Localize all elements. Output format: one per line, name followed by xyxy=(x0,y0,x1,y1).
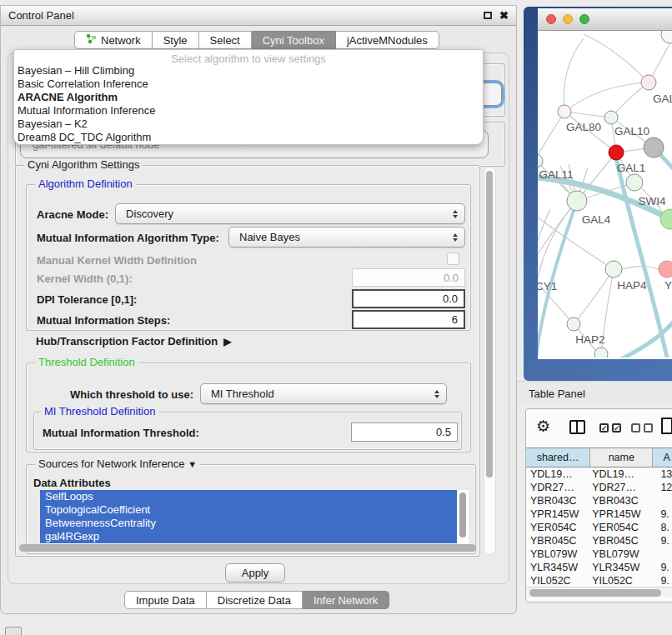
aracne-mode-combo[interactable]: Discovery xyxy=(115,203,465,224)
dpi-tolerance-field[interactable]: 0.0 xyxy=(352,289,465,308)
group-title: Algorithm Definition xyxy=(35,178,136,190)
tab-style[interactable]: Style xyxy=(153,31,199,49)
node-salmon[interactable] xyxy=(659,261,672,278)
table-row[interactable]: YDL19… YDL19… 13 xyxy=(526,468,672,481)
manual-kernel-checkbox[interactable] xyxy=(447,252,459,265)
cyni-algorithm-settings-group: Cyni Algorithm Settings Algorithm Defini… xyxy=(15,165,480,557)
scrollbar-thumb[interactable] xyxy=(486,171,493,478)
tab-select[interactable]: Select xyxy=(199,31,252,49)
column-split-icon[interactable] xyxy=(569,420,585,434)
table-row[interactable]: YBL079W YBL079W xyxy=(526,548,672,561)
table-row[interactable]: YDR27… YDR27… 12 xyxy=(526,481,672,494)
apply-button[interactable]: Apply xyxy=(225,563,285,582)
close-icon[interactable]: ✖ xyxy=(499,12,509,20)
gear-icon[interactable]: ⚙ xyxy=(536,417,550,436)
checkbox-checked-icon: ✓ xyxy=(599,423,609,432)
attribute-item[interactable]: BetweennessCentrality xyxy=(40,517,457,530)
edge[interactable] xyxy=(570,82,649,108)
vertical-scrollbar[interactable] xyxy=(484,167,496,555)
combo-value: MI Threshold xyxy=(211,388,274,400)
attribute-item[interactable]: gal4RGexp xyxy=(40,530,457,543)
combo-value: Naive Bayes xyxy=(239,231,300,243)
expand-right-icon: ▶ xyxy=(223,336,231,348)
tab-discretize-data[interactable]: Discretize Data xyxy=(207,591,303,609)
control-panel-titlebar: Control Panel ✖ xyxy=(1,6,516,26)
dropdown-item[interactable]: Basic Correlation Inference xyxy=(14,78,483,91)
dropdown-item[interactable]: Mutual Information Inference xyxy=(14,104,483,118)
mi-type-combo[interactable]: Naive Bayes xyxy=(228,227,465,248)
scrollbar-thumb[interactable] xyxy=(529,589,661,597)
table-row[interactable]: YER054C YER054C 8. xyxy=(526,521,672,534)
corner-button[interactable] xyxy=(5,627,22,635)
dropdown-item[interactable]: Bayesian – K2 xyxy=(14,118,483,131)
node[interactable] xyxy=(661,31,672,43)
dpi-tolerance-label: DPI Tolerance [0,1]: xyxy=(37,293,137,306)
control-panel-window: Control Panel ✖ Network Style Select Cyn… xyxy=(0,5,517,614)
algorithm-definition-group: Algorithm Definition Aracne Mode: Discov… xyxy=(26,184,471,331)
sources-title-toggle[interactable]: Sources for Network Inference ▼ xyxy=(35,458,200,470)
column-header-name[interactable]: name xyxy=(590,448,653,467)
deselect-all-columns-button[interactable] xyxy=(631,423,653,432)
edge[interactable] xyxy=(584,34,649,82)
table-horizontal-scrollbar[interactable] xyxy=(526,587,672,598)
table-row[interactable]: YBR043C YBR043C xyxy=(526,494,672,508)
mi-steps-field[interactable]: 6 xyxy=(352,310,465,329)
node-gal80[interactable] xyxy=(558,105,571,118)
edge[interactable] xyxy=(575,269,614,322)
cell: YIL052C xyxy=(526,574,590,585)
node-gal10[interactable] xyxy=(604,111,618,124)
tab-jactivemnodules[interactable]: jActiveMNodules xyxy=(336,31,439,49)
tab-impute-data[interactable]: Impute Data xyxy=(124,591,207,609)
page-icon[interactable] xyxy=(661,418,672,434)
node-label: HAP2 xyxy=(575,333,604,346)
node[interactable] xyxy=(594,348,608,358)
network-canvas[interactable]: GAL GAL80 GAL10 GAL1 GAL11 SWI4 GAL4 GCY… xyxy=(538,31,672,358)
table-row[interactable]: YLR345W YLR345W 9. xyxy=(526,561,672,574)
edge[interactable] xyxy=(538,209,550,269)
dropdown-item[interactable]: Dream8 DC_TDC Algorithm xyxy=(14,131,483,144)
checkbox-unchecked-icon xyxy=(631,423,640,432)
combo-arrows-icon xyxy=(453,233,458,242)
zoom-button[interactable] xyxy=(579,14,589,24)
float-window-icon[interactable] xyxy=(484,12,492,19)
tab-cyni-toolbox[interactable]: Cyni Toolbox xyxy=(252,31,336,49)
tab-network[interactable]: Network xyxy=(74,31,153,49)
close-button[interactable] xyxy=(546,14,556,24)
edge[interactable] xyxy=(538,112,564,155)
table-row[interactable]: YIL052C YIL052C 9. xyxy=(526,574,672,585)
select-all-columns-button[interactable]: ✓ ✓ xyxy=(599,423,621,432)
tab-infer-network[interactable]: Infer Network xyxy=(303,591,389,609)
column-header-shared[interactable]: shared… xyxy=(526,448,590,467)
tab-label: Cyni Toolbox xyxy=(263,34,324,47)
dropdown-item-selected[interactable]: ARACNE Algorithm xyxy=(14,91,483,104)
node-gal1-red[interactable] xyxy=(609,145,624,160)
horizontal-scrollbar[interactable] xyxy=(19,544,476,552)
kernel-width-field[interactable]: 0.0 xyxy=(352,268,465,287)
cell: YPR145W xyxy=(590,508,653,521)
bottom-tab-bar: Impute Data Discretize Data Infer Networ… xyxy=(124,591,389,609)
cell: 9. xyxy=(653,508,672,521)
table-panel-title: Table Panel xyxy=(529,388,585,400)
node-swi4[interactable] xyxy=(626,174,643,191)
attribute-item[interactable]: TopologicalCoefficient xyxy=(40,503,457,517)
threshold-combo[interactable]: MI Threshold xyxy=(200,383,447,404)
attribute-item[interactable]: SelfLoops xyxy=(40,490,457,503)
node-gal-pink[interactable] xyxy=(641,75,656,90)
dropdown-item[interactable]: Bayesian – Hill Climbing xyxy=(14,64,483,78)
list-scrollbar-thumb[interactable] xyxy=(459,492,466,538)
hub-definition-toggle[interactable]: Hub/Transcription Factor Definition ▶ xyxy=(36,335,231,348)
node-gal11[interactable] xyxy=(538,154,543,168)
edge[interactable] xyxy=(622,267,659,270)
network-window: GAL GAL80 GAL10 GAL1 GAL11 SWI4 GAL4 GCY… xyxy=(538,8,672,359)
node-hap2[interactable] xyxy=(567,318,580,331)
mi-threshold-field[interactable]: 0.5 xyxy=(351,422,458,442)
table-row[interactable]: YPR145W YPR145W 9. xyxy=(526,508,672,521)
node-label: GAL80 xyxy=(566,121,601,133)
table-row[interactable]: YBR045C YBR045C 9. xyxy=(526,534,672,548)
node-hap4[interactable] xyxy=(605,261,622,278)
column-header-a[interactable]: A xyxy=(653,448,672,467)
group-title: MI Threshold Definition xyxy=(41,405,158,418)
minimize-button[interactable] xyxy=(563,14,573,24)
node-gal4[interactable] xyxy=(567,191,587,211)
node-gray[interactable] xyxy=(644,138,664,158)
